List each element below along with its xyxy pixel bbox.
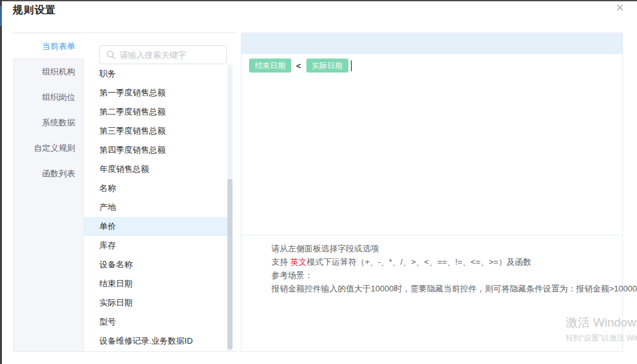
tab-org-position[interactable]: 组织岗位 — [14, 85, 84, 110]
list-scrollbar-thumb[interactable] — [227, 179, 233, 349]
tab-strip: 当前表单 组织机构 组织岗位 系统数据 自定义规则 函数列表 — [14, 33, 84, 351]
tab-function-list[interactable]: 函数列表 — [14, 161, 84, 186]
field-item[interactable]: 第四季度销售总额 — [84, 141, 232, 160]
field-item[interactable]: 设备名称 — [84, 255, 232, 274]
watermark-line-1: 激活 Windows — [566, 314, 637, 331]
field-list-area: 职务 第一季度销售总额 第二季度销售总额 第三季度销售总额 第四季度销售总额 年… — [84, 33, 237, 351]
field-item[interactable]: 设备维修记录.业务数据ID — [84, 332, 232, 351]
field-item[interactable]: 库存 — [84, 236, 232, 255]
field-item[interactable]: 第一季度销售总额 — [84, 83, 232, 102]
field-item-selected[interactable]: 单价 — [84, 217, 232, 236]
search-box[interactable] — [99, 45, 227, 64]
help-text-area: 请从左侧面板选择字段或选项 支持 英文模式下运算符（+、-、*、/、>、<、==… — [271, 242, 615, 295]
window-left-edge — [0, 0, 2, 364]
field-item[interactable]: 结束日期 — [84, 274, 232, 293]
list-scrollbar-track[interactable] — [227, 64, 233, 352]
windows-activation-watermark: 激活 Windows 转到“设置”以激活 Windows — [566, 314, 637, 344]
field-item[interactable]: 型号 — [84, 312, 232, 332]
field-item[interactable]: 职务 — [84, 64, 232, 83]
window-top-edge — [0, 0, 637, 1]
help-line-3: 参考场景： — [271, 269, 615, 282]
field-item[interactable]: 第三季度销售总额 — [84, 122, 232, 141]
formula-editor[interactable]: 结束日期 < 实际日期 — [241, 54, 622, 235]
editor-toolbar — [241, 33, 622, 54]
english-mode-highlight: 英文 — [290, 257, 307, 267]
search-icon — [106, 50, 115, 59]
tab-custom-rules[interactable]: 自定义规则 — [14, 136, 84, 161]
help-line-4: 报销金额控件输入的值大于10000时，需要隐藏当前控件，则可将隐藏条件设置为：报… — [271, 282, 615, 295]
tab-current-form[interactable]: 当前表单 — [13, 34, 85, 59]
field-tag-actual-date[interactable]: 实际日期 — [306, 59, 348, 73]
editor-divider — [241, 235, 622, 235]
dialog-title: 规则设置 — [13, 4, 56, 17]
text-caret — [351, 60, 352, 71]
operator-less-than: < — [296, 61, 301, 71]
field-tag-end-date[interactable]: 结束日期 — [249, 59, 291, 73]
field-item[interactable]: 产地 — [84, 198, 232, 217]
field-item[interactable]: 年度销售总额 — [84, 160, 232, 179]
help-line-2: 支持 英文模式下运算符（+、-、*、/、>、<、==、!=、<=、>=）及函数 — [271, 255, 615, 269]
close-icon[interactable]: ✕ — [612, 1, 627, 16]
help-line-1: 请从左侧面板选择字段或选项 — [271, 242, 615, 255]
field-item[interactable]: 第二季度销售总额 — [84, 102, 232, 122]
tab-system-data[interactable]: 系统数据 — [14, 110, 84, 136]
field-source-panel: 当前表单 组织机构 组织岗位 系统数据 自定义规则 函数列表 职务 第一季度销售… — [13, 32, 237, 352]
field-list: 职务 第一季度销售总额 第二季度销售总额 第三季度销售总额 第四季度销售总额 年… — [84, 64, 232, 351]
window-left-edge-accent — [0, 6, 2, 26]
tab-organization[interactable]: 组织机构 — [14, 59, 84, 85]
watermark-line-2: 转到“设置”以激活 Windows — [566, 333, 637, 344]
field-item[interactable]: 实际日期 — [84, 293, 232, 312]
field-item[interactable]: 名称 — [84, 179, 232, 198]
rule-editor-panel: 结束日期 < 实际日期 请从左侧面板选择字段或选项 支持 英文模式下运算符（+、… — [241, 32, 623, 352]
search-input[interactable] — [120, 50, 220, 60]
